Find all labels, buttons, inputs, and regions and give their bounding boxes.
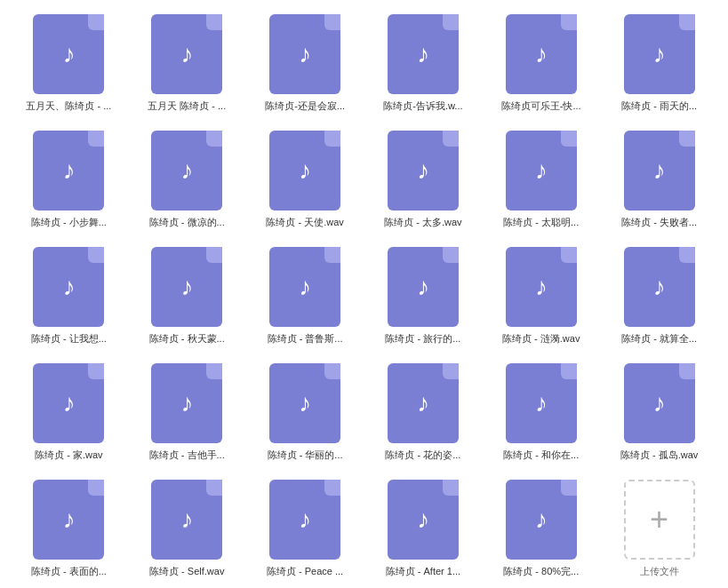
music-file-icon: ♪ [151, 480, 222, 560]
music-file-icon: ♪ [624, 14, 695, 94]
file-item[interactable]: ♪陈绮贞 - 小步舞... [14, 131, 124, 229]
music-note-icon: ♪ [180, 391, 193, 416]
music-note-icon: ♪ [535, 507, 548, 532]
file-item[interactable]: ♪陈绮贞 - Peace ... [251, 480, 360, 578]
file-item[interactable]: ♪陈绮贞 - 80%完... [486, 480, 596, 578]
file-item[interactable]: ♪陈绮贞 - 孤岛.wav [604, 363, 714, 462]
music-file-icon: ♪ [506, 131, 577, 211]
file-label: 陈绮贞-还是会寂... [265, 99, 345, 113]
music-file-icon: ♪ [388, 363, 459, 443]
file-item[interactable]: ♪陈绮贞 - 表面的... [14, 480, 124, 578]
file-label: 陈绮贞 - 普鲁斯... [268, 332, 343, 346]
music-file-icon: ♪ [269, 247, 340, 327]
file-label: 陈绮贞 - 微凉的... [149, 216, 225, 229]
music-file-icon: ♪ [269, 480, 340, 560]
file-label: 陈绮贞 - 吉他手... [149, 449, 225, 462]
music-note-icon: ♪ [180, 42, 193, 67]
music-file-icon: ♪ [506, 363, 577, 443]
file-item[interactable]: ♪陈绮贞 - 普鲁斯... [251, 247, 360, 346]
music-note-icon: ♪ [62, 507, 75, 532]
music-note-icon: ♪ [180, 274, 193, 299]
file-label: 陈绮贞 - 太聪明... [503, 216, 579, 229]
file-item[interactable]: ♪陈绮贞 - 秋天蒙... [132, 247, 242, 346]
music-note-icon: ♪ [299, 274, 311, 299]
music-note-icon: ♪ [417, 42, 429, 67]
music-file-icon: ♪ [269, 363, 340, 443]
music-note-icon: ♪ [417, 158, 429, 183]
music-note-icon: ♪ [299, 507, 311, 532]
music-file-icon: ♪ [388, 247, 459, 327]
music-file-icon: ♪ [506, 480, 577, 560]
file-label: 陈绮贞 - 家.wav [35, 449, 102, 462]
file-item[interactable]: ♪陈绮贞 - 微凉的... [132, 131, 242, 229]
music-note-icon: ♪ [535, 274, 548, 299]
file-item[interactable]: ♪陈绮贞 - 和你在... [486, 363, 596, 462]
file-item[interactable]: ♪陈绮贞-还是会寂... [251, 14, 360, 113]
music-note-icon: ♪ [417, 391, 429, 416]
file-item[interactable]: ♪五月天、陈绮贞 - ... [14, 14, 124, 113]
music-note-icon: ♪ [653, 391, 666, 416]
music-note-icon: ♪ [535, 391, 548, 416]
music-file-icon: ♪ [151, 363, 222, 443]
file-label: 陈绮贞 - 孤岛.wav [620, 449, 698, 462]
music-file-icon: ♪ [151, 14, 222, 94]
file-item[interactable]: ♪陈绮贞 - 家.wav [14, 363, 124, 462]
music-note-icon: ♪ [417, 274, 429, 299]
music-file-icon: ♪ [33, 480, 104, 560]
file-label: 陈绮贞-告诉我.w... [383, 99, 462, 113]
file-label: 陈绮贞 - 华丽的... [268, 449, 343, 462]
file-item[interactable]: ♪陈绮贞 - 太聪明... [486, 131, 596, 229]
music-note-icon: ♪ [417, 507, 429, 532]
music-note-icon: ♪ [62, 274, 75, 299]
music-file-icon: ♪ [269, 131, 340, 211]
file-item[interactable]: ♪陈绮贞 - 让我想... [14, 247, 124, 346]
music-note-icon: ♪ [299, 158, 311, 183]
file-item[interactable]: ♪陈绮贞 - 就算全... [604, 247, 714, 346]
music-note-icon: ♪ [653, 42, 666, 67]
file-label: 陈绮贞 - 秋天蒙... [149, 332, 225, 346]
file-label: 陈绮贞 - 80%完... [503, 565, 579, 578]
music-file-icon: ♪ [388, 14, 459, 94]
file-item[interactable]: ♪陈绮贞-告诉我.w... [369, 14, 478, 113]
file-label: 陈绮贞 - 让我想... [31, 332, 107, 346]
upload-box[interactable]: + [624, 480, 695, 560]
file-item[interactable]: ♪陈绮贞 - 华丽的... [251, 363, 360, 462]
music-note-icon: ♪ [653, 158, 666, 183]
file-label: 陈绮贞 - 天使.wav [266, 216, 343, 229]
music-note-icon: ♪ [62, 42, 75, 67]
file-label: 陈绮贞 - 和你在... [503, 449, 579, 462]
music-note-icon: ♪ [535, 42, 548, 67]
file-label: 陈绮贞可乐王-快... [501, 99, 581, 113]
file-item[interactable]: ♪陈绮贞 - Self.wav [132, 480, 242, 578]
music-file-icon: ♪ [33, 247, 104, 327]
file-item[interactable]: ♪陈绮贞 - 失败者... [604, 131, 714, 229]
file-item[interactable]: ♪陈绮贞 - 天使.wav [251, 131, 360, 229]
file-item[interactable]: ♪陈绮贞 - 雨天的... [604, 14, 714, 113]
file-label: 陈绮贞 - 旅行的... [385, 332, 460, 346]
file-item[interactable]: ♪陈绮贞 - 旅行的... [369, 247, 478, 346]
music-note-icon: ♪ [180, 507, 193, 532]
file-label: 陈绮贞 - After 1... [386, 565, 460, 578]
upload-file-item[interactable]: +上传文件 [604, 480, 714, 578]
file-item[interactable]: ♪陈绮贞 - 太多.wav [369, 131, 478, 229]
music-note-icon: ♪ [180, 158, 193, 183]
music-note-icon: ♪ [299, 42, 311, 67]
music-file-icon: ♪ [624, 247, 695, 327]
file-item[interactable]: ♪陈绮贞 - 吉他手... [132, 363, 242, 462]
file-item[interactable]: ♪陈绮贞 - 花的姿... [369, 363, 478, 462]
music-file-icon: ♪ [151, 247, 222, 327]
music-file-icon: ♪ [624, 131, 695, 211]
file-item[interactable]: ♪陈绮贞 - After 1... [369, 480, 478, 578]
file-item[interactable]: ♪陈绮贞可乐王-快... [486, 14, 596, 113]
music-file-icon: ♪ [269, 14, 340, 94]
file-label: 陈绮贞 - 小步舞... [31, 216, 107, 229]
music-file-icon: ♪ [388, 480, 459, 560]
music-file-icon: ♪ [624, 363, 695, 443]
file-label: 陈绮贞 - 就算全... [621, 332, 697, 346]
file-label: 陈绮贞 - Self.wav [149, 565, 224, 578]
file-label: 陈绮贞 - 失败者... [621, 216, 697, 229]
file-item[interactable]: ♪五月天 陈绮贞 - ... [132, 14, 242, 113]
music-note-icon: ♪ [535, 158, 548, 183]
music-note-icon: ♪ [653, 274, 666, 299]
file-item[interactable]: ♪陈绮贞 - 涟漪.wav [486, 247, 596, 346]
